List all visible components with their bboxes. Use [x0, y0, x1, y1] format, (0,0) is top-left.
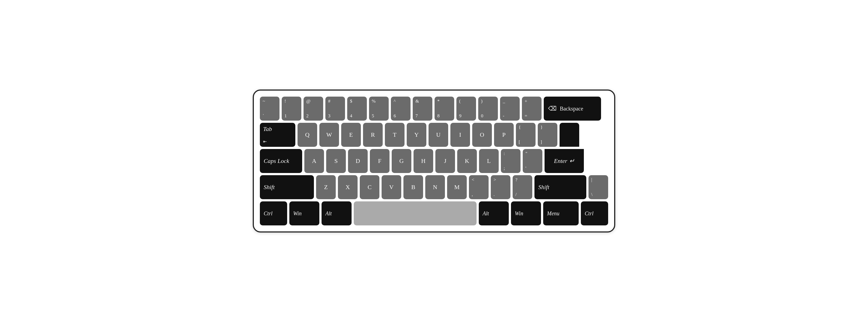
key-z[interactable]: Z [316, 175, 336, 199]
tab-label: Tab [263, 126, 272, 133]
row-shift: Shift Z X C V B N M < , > . ? / Shift | … [260, 175, 608, 199]
capslock-label: Caps Lock [264, 157, 289, 165]
key-k[interactable]: K [457, 149, 477, 173]
win-left-label: Win [293, 210, 302, 217]
key-alt-right[interactable]: Alt [479, 201, 509, 225]
key-a[interactable]: A [304, 149, 324, 173]
key-semicolon[interactable]: : ; [501, 149, 521, 173]
key-slash[interactable]: ? / [513, 175, 532, 199]
key-tab[interactable]: Tab ⇤ [260, 123, 295, 147]
key-e[interactable]: E [341, 123, 361, 147]
key-shift-left[interactable]: Shift [260, 175, 314, 199]
key-menu[interactable]: Menu [543, 201, 579, 225]
key-8[interactable]: * 8 [435, 97, 454, 121]
key-7[interactable]: & 7 [413, 97, 432, 121]
alt-right-label: Alt [483, 210, 489, 217]
row-caps: Caps Lock A S D F G H J K L : ; " ' Ente… [260, 149, 608, 173]
backspace-label: Backspace [560, 105, 583, 112]
key-h[interactable]: H [413, 149, 433, 173]
key-win-left[interactable]: Win [289, 201, 319, 225]
key-p[interactable]: P [494, 123, 514, 147]
key-shift-right[interactable]: Shift [534, 175, 586, 199]
key-s[interactable]: S [326, 149, 346, 173]
key-ctrl-right[interactable]: Ctrl [581, 201, 608, 225]
key-y[interactable]: Y [407, 123, 426, 147]
key-pipe[interactable]: | \ [588, 175, 608, 199]
key-4[interactable]: $ 4 [347, 97, 367, 121]
key-b[interactable]: B [403, 175, 423, 199]
key-c[interactable]: C [360, 175, 379, 199]
key-g[interactable]: G [392, 149, 411, 173]
key-j[interactable]: J [435, 149, 455, 173]
key-lbracket[interactable]: { [ [516, 123, 535, 147]
key-space[interactable] [354, 201, 476, 225]
key-0[interactable]: ) 0 [478, 97, 498, 121]
row-tab: Tab ⇤ Q W E R T Y U I O P { [ } ] [260, 123, 608, 147]
win-right-label: Win [515, 210, 523, 217]
key-u[interactable]: U [429, 123, 448, 147]
key-t[interactable]: T [385, 123, 405, 147]
key-d[interactable]: D [348, 149, 368, 173]
key-enter[interactable]: Enter ↵ [545, 149, 584, 173]
row-bottom: Ctrl Win Alt Alt Win Menu Ctrl [260, 201, 608, 225]
alt-left-label: Alt [326, 210, 332, 217]
key-r[interactable]: R [363, 123, 383, 147]
key-i[interactable]: I [451, 123, 470, 147]
key-n[interactable]: N [425, 175, 445, 199]
key-ctrl-left[interactable]: Ctrl [260, 201, 287, 225]
row-numbers: ~ ` ! 1 @ 2 # 3 $ 4 % 5 ^ 6 & 7 [260, 97, 608, 121]
key-3[interactable]: # 3 [326, 97, 345, 121]
ctrl-right-label: Ctrl [585, 210, 593, 217]
key-o[interactable]: O [472, 123, 492, 147]
key-w[interactable]: W [319, 123, 339, 147]
key-backspace[interactable]: ⌫ Backspace [544, 97, 601, 121]
menu-label: Menu [547, 210, 560, 217]
key-q[interactable]: Q [298, 123, 317, 147]
key-win-right[interactable]: Win [511, 201, 541, 225]
key-capslock[interactable]: Caps Lock [260, 149, 302, 173]
key-minus[interactable]: _ - [500, 97, 520, 121]
key-v[interactable]: V [381, 175, 401, 199]
enter-icon: ↵ [569, 157, 574, 165]
key-alt-left[interactable]: Alt [321, 201, 351, 225]
key-l[interactable]: L [479, 149, 499, 173]
shift-right-label: Shift [538, 184, 549, 191]
backspace-icon: ⌫ [548, 105, 557, 112]
key-comma[interactable]: < , [469, 175, 489, 199]
key-x[interactable]: X [338, 175, 358, 199]
key-6[interactable]: ^ 6 [391, 97, 410, 121]
key-5[interactable]: % 5 [369, 97, 389, 121]
key-quote[interactable]: " ' [523, 149, 542, 173]
keyboard: ~ ` ! 1 @ 2 # 3 $ 4 % 5 ^ 6 & 7 [253, 90, 615, 232]
key-m[interactable]: M [447, 175, 467, 199]
key-f[interactable]: F [370, 149, 390, 173]
key-tilde[interactable]: ~ ` [260, 97, 280, 121]
key-1[interactable]: ! 1 [282, 97, 301, 121]
key-9[interactable]: ( 9 [456, 97, 476, 121]
key-rbracket[interactable]: } ] [538, 123, 557, 147]
ctrl-left-label: Ctrl [264, 210, 272, 217]
key-2[interactable]: @ 2 [304, 97, 323, 121]
enter-label: Enter [554, 157, 567, 165]
key-enter-top [560, 123, 579, 147]
key-period[interactable]: > . [491, 175, 510, 199]
key-equals[interactable]: + = [522, 97, 541, 121]
tab-icon: ⇤ [263, 139, 267, 144]
shift-left-label: Shift [264, 184, 275, 191]
